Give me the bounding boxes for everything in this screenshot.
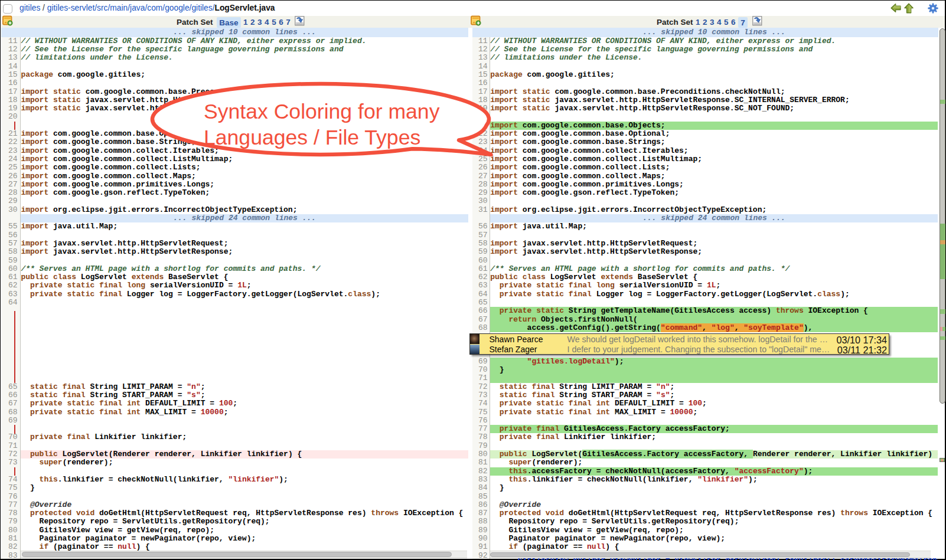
- svg-text:Languages / File Types: Languages / File Types: [204, 126, 420, 149]
- svg-text:Syntax Coloring for many: Syntax Coloring for many: [204, 100, 440, 123]
